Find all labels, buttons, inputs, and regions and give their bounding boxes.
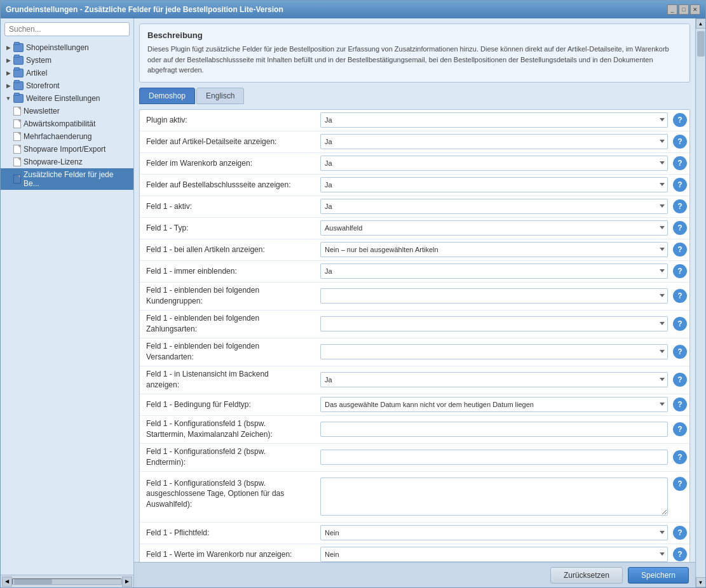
feld1-werte-warenkorb-select[interactable]: NeinJa <box>320 547 668 562</box>
settings-form: Plugin aktiv: JaNein ? Felder auf Artike… <box>139 109 690 563</box>
scrollbar-thumb[interactable] <box>14 579 52 584</box>
feld1-immer-select[interactable]: JaNein <box>320 264 668 279</box>
help-button[interactable]: ? <box>673 178 687 192</box>
feld1-versandarten-select[interactable] <box>320 344 668 359</box>
help-button[interactable]: ? <box>673 422 687 436</box>
form-row-feld1-bedingung: Feld 1 - Bedingung für Feldtyp: Das ausg… <box>140 394 689 416</box>
help-button[interactable]: ? <box>673 526 687 540</box>
form-control <box>318 342 670 361</box>
expand-icon: ▼ <box>4 95 12 102</box>
form-control: JaNein <box>318 262 670 281</box>
felder-bestellabschluss-select[interactable]: JaNein <box>320 177 668 192</box>
content-scroll[interactable]: Beschreibung Dieses Plugin fügt zusätzli… <box>134 18 695 562</box>
sidebar-label: System <box>26 56 51 65</box>
feld1-bedingung-select[interactable]: Das ausgewählte Datum kann nicht vor dem… <box>320 397 668 412</box>
tab-demoshop[interactable]: Demoshop <box>139 88 195 104</box>
feld1-aktiv-select[interactable]: JaNein <box>320 199 668 214</box>
form-row-feld1-werte-warenkorb: Feld 1 - Werte im Warenkorb nur anzeigen… <box>140 544 689 563</box>
form-row-feld1-alle-artikel: Feld 1 - bei allen Artikeln anzeigen: Ne… <box>140 239 689 261</box>
form-row-feld1-kundengruppen: Feld 1 - einblenden bei folgenden Kunden… <box>140 283 689 311</box>
sidebar-item-newsletter[interactable]: Newsletter <box>1 105 133 117</box>
help-button[interactable]: ? <box>673 289 687 303</box>
feld1-zahlungsarten-select[interactable] <box>320 316 668 331</box>
feld1-konfigfeld3-textarea[interactable] <box>320 478 668 516</box>
form-row-feld1-typ: Feld 1 - Typ: AuswahlfeldTextDatum ? <box>140 218 689 239</box>
sidebar-label: Mehrfachaenderung <box>24 132 92 141</box>
form-label: Feld 1 - einblenden bei folgenden Zahlun… <box>140 311 318 337</box>
reset-button[interactable]: Zurücksetzen <box>550 567 623 584</box>
help-button[interactable]: ? <box>673 373 687 387</box>
save-button[interactable]: Speichern <box>628 567 689 584</box>
sidebar-item-system[interactable]: ▶ System <box>1 54 133 67</box>
sidebar-label: Shopware-Lizenz <box>24 157 83 166</box>
sidebar-item-storefront[interactable]: ▶ Storefront <box>1 79 133 92</box>
right-scrollbar: ▲ ▼ <box>695 18 705 587</box>
help-button[interactable]: ? <box>673 345 687 359</box>
main-layout: ▶ Shopeinstellungen ▶ System ▶ Artikel <box>1 18 705 587</box>
help-button[interactable]: ? <box>673 450 687 464</box>
tab-englisch[interactable]: Englisch <box>196 88 244 104</box>
file-icon <box>13 119 21 128</box>
help-button[interactable]: ? <box>673 477 687 491</box>
window-title: Grundeinstellungen - Zusätzliche Felder … <box>6 5 283 14</box>
form-row-plugin-aktiv: Plugin aktiv: JaNein ? <box>140 110 689 131</box>
form-control: JaNein <box>318 197 670 216</box>
form-row-feld1-konfigfeld2: Feld 1 - Konfigurationsfeld 2 (bspw. End… <box>140 444 689 472</box>
minimize-button[interactable]: _ <box>667 4 677 15</box>
form-label: Plugin aktiv: <box>140 112 318 128</box>
feld1-listenansicht-select[interactable]: JaNein <box>320 372 668 387</box>
form-control: NeinJa <box>318 523 670 542</box>
sidebar-item-lizenz[interactable]: Shopware-Lizenz <box>1 156 133 168</box>
feld1-alle-artikel-select[interactable]: Nein – nur bei ausgewählten ArtikelnJa <box>320 242 668 257</box>
expand-icon: ▶ <box>4 82 12 90</box>
sidebar-item-zusaetzliche-felder[interactable]: Zusätzliche Felder für jede Be... <box>1 168 133 190</box>
form-row-feld1-pflichtfeld: Feld 1 - Pflichtfeld: NeinJa ? <box>140 523 689 544</box>
scroll-left-button[interactable]: ◀ <box>2 577 12 587</box>
form-row-feld1-immer: Feld 1 - immer einblenden: JaNein ? <box>140 261 689 283</box>
help-button[interactable]: ? <box>673 243 687 257</box>
description-title: Beschreibung <box>147 30 682 40</box>
feld1-typ-select[interactable]: AuswahlfeldTextDatum <box>320 220 668 236</box>
plugin-aktiv-select[interactable]: JaNein <box>320 112 668 128</box>
help-button[interactable]: ? <box>673 113 687 127</box>
felder-warenkorb-select[interactable]: JaNein <box>320 156 668 171</box>
sidebar-item-artikel[interactable]: ▶ Artikel <box>1 67 133 79</box>
help-button[interactable]: ? <box>673 547 687 561</box>
help-button[interactable]: ? <box>673 221 687 235</box>
scroll-right-button[interactable]: ▶ <box>122 577 132 587</box>
sidebar-item-weitere-einstellungen[interactable]: ▼ Weitere Einstellungen <box>1 92 133 105</box>
felder-artikel-detail-select[interactable]: JaNein <box>320 134 668 149</box>
help-button[interactable]: ? <box>673 398 687 411</box>
nav-tree: ▶ Shopeinstellungen ▶ System ▶ Artikel <box>1 40 133 575</box>
main-window: Grundeinstellungen - Zusätzliche Felder … <box>0 0 706 588</box>
scroll-up-button[interactable]: ▲ <box>696 18 706 29</box>
form-row-feld1-zahlungsarten: Feld 1 - einblenden bei folgenden Zahlun… <box>140 311 689 338</box>
help-button[interactable]: ? <box>673 317 687 331</box>
description-box: Beschreibung Dieses Plugin fügt zusätzli… <box>139 23 690 83</box>
scroll-down-button[interactable]: ▼ <box>696 577 706 587</box>
feld1-kundengruppen-select[interactable] <box>320 288 668 304</box>
sidebar-item-abwaerts[interactable]: Abwärtskompatibilität <box>1 117 133 130</box>
form-control: JaNein <box>318 370 670 389</box>
form-control: JaNein <box>318 132 670 151</box>
help-button[interactable]: ? <box>673 199 687 213</box>
close-button[interactable]: ✕ <box>690 4 700 15</box>
help-button[interactable]: ? <box>673 156 687 170</box>
form-control: Nein – nur bei ausgewählten ArtikelnJa <box>318 240 670 259</box>
form-label: Felder auf Artikel-Detailseite anzeigen: <box>140 134 318 150</box>
feld1-pflichtfeld-select[interactable]: NeinJa <box>320 525 668 540</box>
maximize-button[interactable]: □ <box>679 4 689 15</box>
feld1-konfigfeld1-input[interactable] <box>320 422 668 437</box>
sidebar-item-shopeinstellungen[interactable]: ▶ Shopeinstellungen <box>1 41 133 54</box>
form-row-feld1-versandarten: Feld 1 - einblenden bei folgenden Versan… <box>140 338 689 366</box>
sidebar-item-mehrfach[interactable]: Mehrfachaenderung <box>1 130 133 143</box>
scroll-thumb[interactable] <box>697 31 705 57</box>
feld1-konfigfeld2-input[interactable] <box>320 450 668 465</box>
help-button[interactable]: ? <box>673 135 687 149</box>
file-icon <box>13 157 21 166</box>
sidebar-item-import-export[interactable]: Shopware Import/Export <box>1 143 133 156</box>
form-label: Feld 1 - aktiv: <box>140 199 318 215</box>
help-button[interactable]: ? <box>673 264 687 278</box>
search-input[interactable] <box>4 22 130 36</box>
form-control: JaNein <box>318 110 670 130</box>
